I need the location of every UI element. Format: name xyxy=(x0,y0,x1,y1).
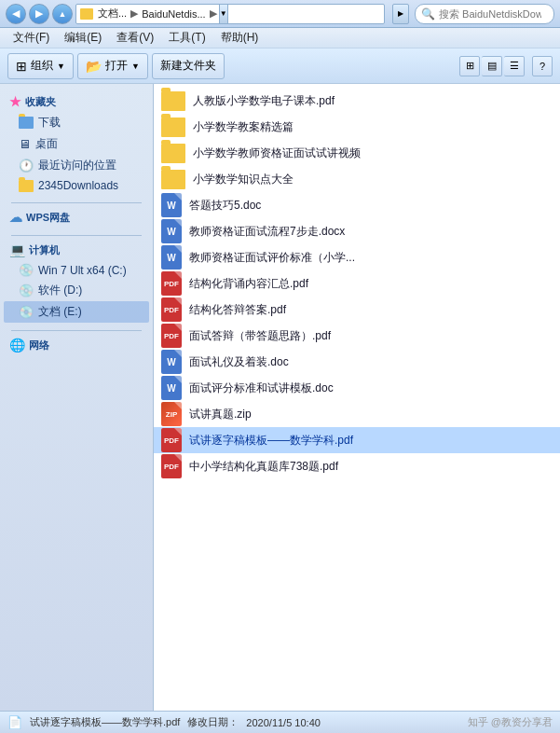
toolbar: ⊞ 组织 ▼ 📂 打开 ▼ 新建文件夹 ⊞ ▤ ☰ ? xyxy=(0,48,560,84)
file-item-3[interactable]: 小学数学知识点大全 xyxy=(154,166,560,192)
sidebar-label-recent: 最近访问的位置 xyxy=(38,158,116,173)
doc-icon-11: W xyxy=(161,376,182,400)
sidebar: ★ 收藏夹 下载 🖥 桌面 🕐 最近访问的位置 2345Downloads xyxy=(0,84,154,711)
menu-tools[interactable]: 工具(T) xyxy=(161,28,212,48)
organize-arrow: ▼ xyxy=(57,62,65,71)
sidebar-item-desktop[interactable]: 🖥 桌面 xyxy=(4,133,149,155)
sidebar-divider-1 xyxy=(11,202,142,203)
file-name-11: 面试评分标准和试讲模板.doc xyxy=(189,380,334,396)
sidebar-divider-2 xyxy=(11,235,142,236)
file-item-8[interactable]: PDF 结构化答辩答案.pdf xyxy=(154,297,560,323)
folder-icon-0 xyxy=(161,91,185,111)
folder-icon-2345 xyxy=(19,180,34,192)
file-name-7: 结构化背诵内容汇总.pdf xyxy=(189,276,308,292)
file-item-9[interactable]: PDF 面试答辩（带答题思路）.pdf xyxy=(154,323,560,349)
new-folder-button[interactable]: 新建文件夹 xyxy=(152,53,225,79)
addr-sep-2: ▶ xyxy=(210,7,217,20)
view-detail-button[interactable]: ☰ xyxy=(504,56,525,76)
network-label: 网络 xyxy=(29,339,49,353)
view-grid-button[interactable]: ⊞ xyxy=(459,56,480,76)
computer-label: 计算机 xyxy=(29,243,60,257)
sidebar-item-d-drive[interactable]: 💿 软件 (D:) xyxy=(4,280,149,301)
file-item-11[interactable]: W 面试评分标准和试讲模板.doc xyxy=(154,375,560,401)
wps-header: ☁ WPS网盘 xyxy=(4,207,149,228)
file-item-1[interactable]: 小学数学教案精选篇 xyxy=(154,114,560,140)
menu-view[interactable]: 查看(V) xyxy=(109,28,161,48)
doc-icon-6: W xyxy=(161,245,182,270)
file-item-14[interactable]: PDF 中小学结构化真题库738题.pdf xyxy=(154,453,560,479)
address-bar[interactable]: 文档... ▶ BaiduNetdis... ▶ ▼ xyxy=(75,4,385,24)
file-name-3: 小学数学知识点大全 xyxy=(193,172,294,187)
pdf-icon-9: PDF xyxy=(161,324,182,348)
sidebar-label-e: 文档 (E:) xyxy=(38,304,82,320)
file-name-4: 答题技巧5.doc xyxy=(189,198,261,214)
open-arrow: ▼ xyxy=(131,62,140,71)
zip-icon-12: ZIP xyxy=(161,402,182,426)
pdf-icon-13: PDF xyxy=(161,428,182,452)
back-button[interactable]: ◀ xyxy=(6,4,26,24)
desktop-icon: 🖥 xyxy=(19,137,31,151)
wps-section: ☁ WPS网盘 xyxy=(4,207,149,228)
address-dropdown[interactable]: ▼ xyxy=(219,4,228,24)
file-item-6[interactable]: W 教师资格证面试评价标准（小学... xyxy=(154,244,560,270)
search-box[interactable]: 🔍 xyxy=(415,4,554,24)
organize-label: 组织 xyxy=(31,58,53,74)
sidebar-item-recent[interactable]: 🕐 最近访问的位置 xyxy=(4,155,149,176)
sidebar-label-c: Win 7 Ult x64 (C:) xyxy=(38,264,127,277)
title-bar: ◀ ▶ ▲ 文档... ▶ BaiduNetdis... ▶ ▼ ▶ 🔍 xyxy=(0,0,560,28)
sidebar-item-download[interactable]: 下载 xyxy=(4,112,149,133)
file-item-10[interactable]: W 面试礼仪及着装.doc xyxy=(154,349,560,375)
status-file-icon: 📄 xyxy=(7,715,22,729)
file-list[interactable]: 人教版小学数学电子课本.pdf 小学数学教案精选篇 小学数学教师资格证面试试讲视… xyxy=(154,84,560,711)
status-date-label: 修改日期： xyxy=(187,715,239,729)
status-filename: 试讲逐字稿模板——数学学科.pdf xyxy=(30,715,180,729)
forward-button[interactable]: ▶ xyxy=(29,4,49,24)
search-icon: 🔍 xyxy=(421,7,435,21)
star-icon: ★ xyxy=(9,94,21,109)
c-drive-icon: 💿 xyxy=(19,263,34,277)
file-name-14: 中小学结构化真题库738题.pdf xyxy=(189,459,338,475)
file-name-10: 面试礼仪及着装.doc xyxy=(189,354,289,370)
file-name-9: 面试答辩（带答题思路）.pdf xyxy=(189,328,331,344)
new-folder-label: 新建文件夹 xyxy=(160,58,216,74)
folder-icon-1 xyxy=(161,118,185,137)
file-name-2: 小学数学教师资格证面试试讲视频 xyxy=(193,145,361,161)
e-drive-icon: 💿 xyxy=(19,305,34,319)
favorites-label: 收藏夹 xyxy=(25,95,56,109)
sidebar-label-2345: 2345Downloads xyxy=(38,179,118,192)
menu-help[interactable]: 帮助(H) xyxy=(213,28,266,48)
menu-file[interactable]: 文件(F) xyxy=(6,28,57,48)
file-name-13: 试讲逐字稿模板——数学学科.pdf xyxy=(189,433,353,449)
pc-icon: 💻 xyxy=(9,242,25,257)
doc-icon-5: W xyxy=(161,219,182,243)
recent-icon: 🕐 xyxy=(19,159,34,173)
nav-arrow[interactable]: ▶ xyxy=(392,4,409,24)
menu-edit[interactable]: 编辑(E) xyxy=(57,28,109,48)
file-item-4[interactable]: W 答题技巧5.doc xyxy=(154,192,560,218)
favorites-section: ★ 收藏夹 下载 🖥 桌面 🕐 最近访问的位置 2345Downloads xyxy=(4,91,149,195)
open-button[interactable]: 📂 打开 ▼ xyxy=(77,53,148,79)
file-item-2[interactable]: 小学数学教师资格证面试试讲视频 xyxy=(154,140,560,166)
doc-icon-10: W xyxy=(161,350,182,374)
d-drive-icon: 💿 xyxy=(19,284,34,297)
sidebar-item-e-drive[interactable]: 💿 文档 (E:) xyxy=(4,301,149,323)
search-input[interactable] xyxy=(439,8,541,20)
addr-part-1: 文档... xyxy=(98,7,127,21)
file-item-7[interactable]: PDF 结构化背诵内容汇总.pdf xyxy=(154,270,560,297)
sidebar-label-download: 下载 xyxy=(38,115,61,131)
file-item-5[interactable]: W 教师资格证面试流程7步走.docx xyxy=(154,218,560,244)
sidebar-item-c-drive[interactable]: 💿 Win 7 Ult x64 (C:) xyxy=(4,260,149,280)
view-list-button[interactable]: ▤ xyxy=(482,56,502,76)
computer-section: 💻 计算机 💿 Win 7 Ult x64 (C:) 💿 软件 (D:) 💿 文… xyxy=(4,240,149,323)
sidebar-divider-3 xyxy=(11,330,142,331)
file-item-13[interactable]: PDF 试讲逐字稿模板——数学学科.pdf xyxy=(154,427,560,453)
up-button[interactable]: ▲ xyxy=(52,4,73,24)
folder-icon-download xyxy=(19,117,34,129)
organize-button[interactable]: ⊞ 组织 ▼ xyxy=(7,53,74,79)
help-button[interactable]: ? xyxy=(532,56,553,76)
file-item-12[interactable]: ZIP 试讲真题.zip xyxy=(154,401,560,427)
file-item-0[interactable]: 人教版小学数学电子课本.pdf xyxy=(154,88,560,114)
pdf-icon-7: PDF xyxy=(161,271,182,296)
open-label: 打开 xyxy=(105,58,128,74)
sidebar-item-2345downloads[interactable]: 2345Downloads xyxy=(4,176,149,195)
